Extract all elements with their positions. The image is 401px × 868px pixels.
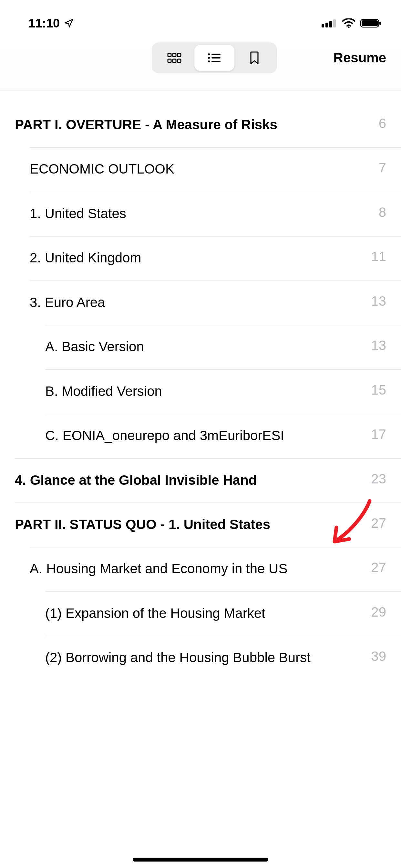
toc-title: 3. Euro Area xyxy=(30,293,105,311)
toc-page-number: 11 xyxy=(371,249,386,265)
toc-row[interactable]: (1) Expansion of the Housing Market29 xyxy=(45,591,401,636)
bookmark-icon xyxy=(249,51,260,65)
toc-title: 1. United States xyxy=(30,205,126,222)
home-indicator xyxy=(133,858,268,862)
svg-rect-0 xyxy=(322,24,324,28)
toc-title: A. Basic Version xyxy=(45,338,144,355)
svg-point-4 xyxy=(348,27,349,28)
toc-row[interactable]: (2) Borrowing and the Housing Bubble Bur… xyxy=(45,636,401,680)
toc-page-number: 27 xyxy=(371,560,386,575)
bookmarks-tab[interactable] xyxy=(234,45,274,71)
toc-title: B. Modified Version xyxy=(45,382,162,400)
grid-icon xyxy=(167,52,181,64)
toc-row[interactable]: PART I. OVERTURE - A Measure of Risks6 xyxy=(15,103,401,147)
toc-row[interactable]: A. Housing Market and Economy in the US2… xyxy=(30,547,401,591)
svg-rect-11 xyxy=(168,59,171,62)
list-icon xyxy=(207,52,222,63)
toc-row[interactable]: ECONOMIC OUTLOOK7 xyxy=(30,147,401,191)
svg-point-14 xyxy=(208,53,210,55)
toc-page-number: 17 xyxy=(371,427,386,442)
svg-rect-17 xyxy=(211,54,221,55)
svg-rect-18 xyxy=(211,57,221,59)
toc-page-number: 13 xyxy=(371,293,386,309)
svg-rect-13 xyxy=(177,59,181,62)
toc-page-number: 7 xyxy=(379,160,386,176)
view-mode-segmented-control xyxy=(152,42,277,73)
toc-title: C. EONIA_oneurepo and 3mEuriborESI xyxy=(45,427,284,444)
toc-page-number: 15 xyxy=(371,382,386,398)
status-time: 11:10 xyxy=(28,17,74,30)
cellular-icon xyxy=(322,19,337,28)
wifi-icon xyxy=(342,19,356,28)
time-label: 11:10 xyxy=(28,17,60,30)
thumbnails-tab[interactable] xyxy=(154,45,194,71)
toc-row[interactable]: 1. United States8 xyxy=(30,192,401,236)
toc-title: 2. United Kingdom xyxy=(30,249,141,267)
svg-rect-6 xyxy=(362,20,378,26)
toc-page-number: 8 xyxy=(379,205,386,220)
location-icon xyxy=(64,18,74,28)
svg-rect-12 xyxy=(173,59,176,62)
table-of-contents: PART I. OVERTURE - A Measure of Risks6EC… xyxy=(0,103,401,680)
outline-tab[interactable] xyxy=(194,45,234,71)
toc-row[interactable]: B. Modified Version15 xyxy=(45,369,401,414)
resume-button[interactable]: Resume xyxy=(334,50,386,66)
toc-page-number: 29 xyxy=(371,604,386,620)
toc-title: A. Housing Market and Economy in the US xyxy=(30,560,287,578)
toc-title: ECONOMIC OUTLOOK xyxy=(30,160,174,178)
toolbar: Resume xyxy=(0,35,401,91)
toc-row[interactable]: PART II. STATUS QUO - 1. United States27 xyxy=(15,502,401,547)
toc-page-number: 13 xyxy=(371,338,386,353)
status-indicators xyxy=(322,19,381,28)
toc-row[interactable]: 3. Euro Area13 xyxy=(30,280,401,325)
svg-rect-8 xyxy=(168,53,171,57)
status-bar: 11:10 xyxy=(0,0,401,35)
toc-row[interactable]: A. Basic Version13 xyxy=(45,325,401,369)
svg-rect-19 xyxy=(211,61,221,62)
toc-page-number: 39 xyxy=(371,649,386,664)
svg-rect-1 xyxy=(326,23,328,28)
toc-row[interactable]: 2. United Kingdom11 xyxy=(30,236,401,280)
toc-page-number: 6 xyxy=(379,116,386,131)
svg-rect-2 xyxy=(329,21,332,28)
toc-title: PART II. STATUS QUO - 1. United States xyxy=(15,516,270,533)
toc-row[interactable]: C. EONIA_oneurepo and 3mEuriborESI17 xyxy=(45,414,401,458)
toc-title: PART I. OVERTURE - A Measure of Risks xyxy=(15,116,277,133)
svg-point-16 xyxy=(208,60,210,62)
toc-row[interactable]: 4. Glance at the Global Invisible Hand23 xyxy=(15,458,401,502)
toc-title: (1) Expansion of the Housing Market xyxy=(45,604,265,622)
svg-point-15 xyxy=(208,57,210,59)
svg-rect-3 xyxy=(333,20,336,28)
toc-title: (2) Borrowing and the Housing Bubble Bur… xyxy=(45,649,310,666)
svg-rect-7 xyxy=(379,22,381,25)
svg-rect-10 xyxy=(177,53,181,57)
battery-icon xyxy=(360,19,381,28)
toc-title: 4. Glance at the Global Invisible Hand xyxy=(15,471,257,489)
toc-page-number: 27 xyxy=(371,516,386,531)
toc-page-number: 23 xyxy=(371,471,386,487)
svg-rect-9 xyxy=(173,53,176,57)
